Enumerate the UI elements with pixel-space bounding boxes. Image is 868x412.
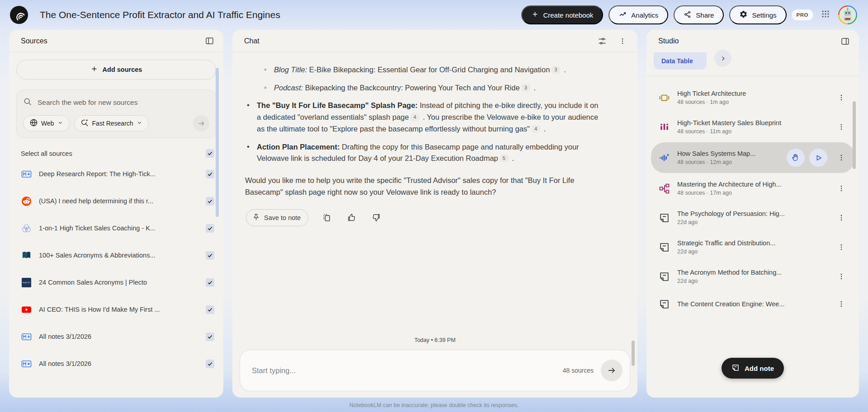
web-filter-dropdown[interactable]: Web	[23, 115, 70, 131]
chat-text-segment: .	[542, 125, 546, 133]
add-note-button[interactable]: Add note	[722, 358, 784, 379]
share-button[interactable]: Share	[674, 5, 724, 24]
citation-badge[interactable]: 3	[521, 84, 530, 92]
select-all-checkbox[interactable]	[206, 149, 214, 158]
citation-badge[interactable]: 5	[500, 154, 509, 162]
source-list-item[interactable]: Deep Research Report: The High-Tick...	[9, 160, 223, 187]
collapse-sources-panel-icon[interactable]	[203, 34, 216, 47]
studio-item[interactable]: High Ticket Architecture48 sources · 1m …	[651, 84, 854, 112]
studio-item-meta: 48 sources · 11m ago	[677, 128, 828, 135]
studio-item-more-icon[interactable]	[835, 212, 847, 224]
thumbs-down-icon[interactable]	[370, 211, 383, 224]
plecto-icon: PLECTO	[21, 277, 32, 288]
source-checkbox[interactable]	[206, 170, 214, 178]
source-list-item[interactable]: AI CEO: THIS is How I'd Make My First ..…	[9, 296, 223, 323]
select-all-sources-label: Select all sources	[21, 150, 72, 157]
source-list-item[interactable]: PLECTO24 Common Sales Acronyms | Plecto	[9, 269, 223, 296]
gear-icon	[739, 10, 748, 20]
sources-panel: Sources Add sources Web F	[9, 30, 223, 398]
source-list-item[interactable]: All notes 3/1/2026	[9, 350, 223, 377]
save-to-note-button[interactable]: Save to note	[246, 209, 308, 226]
apps-grid-icon[interactable]	[818, 8, 833, 22]
studio-item[interactable]: Mastering the Architecture of High...48 …	[651, 174, 854, 202]
citation-badge[interactable]: 4	[410, 113, 419, 121]
research-mode-dropdown[interactable]: Fast Research	[74, 115, 149, 131]
studio-item[interactable]: The Content Creation Engine: Wee...	[651, 292, 854, 316]
pro-badge: PRO	[792, 9, 813, 20]
studio-item-more-icon[interactable]	[835, 271, 847, 282]
studio-item-title: High-Ticket Mastery Sales Blueprint	[677, 119, 828, 126]
thumbs-up-icon[interactable]	[345, 211, 358, 224]
studio-item-more-icon[interactable]	[835, 183, 847, 194]
citation-badge[interactable]: 3	[551, 66, 560, 74]
settings-button[interactable]: Settings	[729, 5, 786, 24]
source-checkbox[interactable]	[206, 305, 214, 314]
web-search-input[interactable]	[38, 98, 209, 107]
studio-item-more-icon[interactable]	[835, 152, 847, 164]
sources-scrollbar[interactable]	[216, 68, 219, 217]
source-checkbox[interactable]	[206, 332, 214, 341]
studio-item-title: High Ticket Architecture	[677, 90, 828, 97]
collapse-studio-panel-icon[interactable]	[839, 35, 852, 48]
chat-text-segment: Action Plan Placement:	[257, 143, 342, 151]
studio-panel: Studio Data Table High Ticket Architectu…	[646, 30, 859, 398]
chat-more-options-icon[interactable]	[617, 35, 628, 47]
chat-scrollbar[interactable]	[632, 341, 635, 366]
create-notebook-button[interactable]: Create notebook	[521, 5, 603, 24]
chat-settings-tune-icon[interactable]	[596, 35, 609, 47]
source-list-item[interactable]: 100+ Sales Acronyms & Abbreviations...	[9, 242, 223, 269]
avatar[interactable]	[838, 5, 857, 24]
studio-item[interactable]: How Sales Systems Map...48 sources · 12m…	[651, 142, 854, 173]
source-title: All notes 3/1/2026	[39, 333, 206, 340]
studio-item-more-icon[interactable]	[835, 241, 847, 253]
assistant-closing-question: Would you like me to help you write the …	[245, 175, 602, 198]
chat-text-segment: .	[532, 84, 536, 92]
studio-item-meta: 22d ago	[677, 278, 828, 284]
studio-item[interactable]: The Psychology of Persuasion: Hig...22d …	[651, 204, 854, 232]
source-list-item[interactable]: All notes 3/1/2026	[9, 323, 223, 350]
interactive-mode-button[interactable]	[787, 149, 805, 167]
play-audio-button[interactable]	[809, 149, 827, 167]
flashcards-icon	[658, 92, 670, 103]
studio-item[interactable]: The Acronym Method for Batching...22d ag…	[651, 262, 854, 290]
studio-item-more-icon[interactable]	[835, 298, 847, 310]
data-table-chip[interactable]: Data Table	[654, 52, 707, 70]
submit-search-button[interactable]	[193, 115, 209, 131]
studio-list: High Ticket Architecture48 sources · 1m …	[646, 76, 859, 316]
source-list-item[interactable]: (USA) I need help determining if this r.…	[9, 187, 223, 215]
studio-item-meta: 22d ago	[677, 248, 828, 255]
pin-icon	[252, 213, 260, 222]
send-button[interactable]	[601, 360, 623, 381]
add-sources-button[interactable]: Add sources	[16, 60, 216, 80]
analytics-button[interactable]: Analytics	[609, 5, 668, 24]
chat-text-segment: .	[561, 66, 566, 74]
studio-item[interactable]: Strategic Traffic and Distribution...22d…	[651, 233, 854, 261]
web-search-card: Web Fast Research	[16, 89, 216, 138]
source-title: All notes 3/1/2026	[39, 360, 206, 367]
source-checkbox[interactable]	[206, 278, 214, 287]
source-title: AI CEO: THIS is How I'd Make My First ..…	[39, 306, 206, 313]
source-checkbox[interactable]	[206, 197, 214, 206]
studio-item-title: The Acronym Method for Batching...	[677, 269, 828, 276]
top-bar: The One-Sentence Profit Extractor and AI…	[0, 0, 868, 30]
studio-item-more-icon[interactable]	[835, 92, 847, 103]
source-checkbox[interactable]	[206, 224, 214, 233]
studio-item-meta: 48 sources · 1m ago	[677, 99, 828, 105]
chat-date-divider: Today • 6:39 PM	[240, 337, 630, 343]
book-icon	[21, 250, 32, 261]
sources-list: Deep Research Report: The High-Tick...(U…	[9, 160, 223, 377]
source-checkbox[interactable]	[206, 360, 214, 368]
studio-item-more-icon[interactable]	[835, 121, 847, 133]
plus-icon	[531, 10, 539, 19]
chat-message-area: Blog Title: E-Bike Bikepacking: Essentia…	[232, 52, 637, 332]
studio-scrollbar[interactable]	[853, 101, 856, 169]
notebooklm-logo-icon[interactable]	[10, 6, 28, 24]
chip-scroll-right-button[interactable]	[714, 50, 731, 67]
chat-input[interactable]	[252, 366, 556, 375]
copy-icon[interactable]	[320, 211, 333, 224]
source-checkbox[interactable]	[206, 251, 214, 260]
source-list-item[interactable]: 1-on-1 High Ticket Sales Coaching - K...	[9, 215, 223, 242]
citation-badge[interactable]: 4	[531, 125, 540, 133]
source-title: Deep Research Report: The High-Tick...	[39, 170, 206, 178]
studio-item[interactable]: High-Ticket Mastery Sales Blueprint48 so…	[651, 113, 854, 141]
